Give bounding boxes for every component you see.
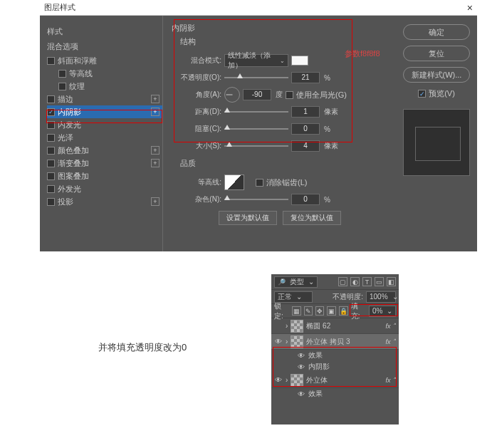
color-swatch[interactable] <box>291 56 308 66</box>
style-item[interactable]: 内发光 <box>47 118 162 131</box>
opacity-slider[interactable] <box>224 73 288 82</box>
fx-icon[interactable]: fx ˄ <box>385 377 396 384</box>
distance-value[interactable]: 1 <box>291 106 320 118</box>
new-style-button[interactable]: 新建样式(W)... <box>403 67 470 83</box>
layer-name: 外立体 拷贝 3 <box>306 337 350 347</box>
style-item[interactable]: 外发光 <box>47 182 162 195</box>
visibility-icon[interactable]: 👁 <box>274 376 283 385</box>
angle-value[interactable]: -90 <box>243 89 271 100</box>
style-checkbox[interactable] <box>58 70 66 78</box>
layer-effect[interactable]: 👁效果 <box>271 388 399 400</box>
antialias-checkbox[interactable] <box>256 179 263 187</box>
style-label: 外发光 <box>58 184 81 194</box>
style-checkbox[interactable] <box>47 185 55 193</box>
preview-label: 预览(V) <box>429 88 455 99</box>
titlebar: 图层样式 × <box>40 0 477 16</box>
annotation-text: 参数f8f8f8 <box>345 48 380 59</box>
global-light-checkbox[interactable] <box>286 91 293 99</box>
plus-icon[interactable]: + <box>151 95 160 103</box>
filter-kind-select[interactable]: 🔎 类型 ⌄ <box>274 276 318 288</box>
visibility-icon[interactable] <box>274 322 283 330</box>
expand-icon[interactable]: › <box>286 376 288 384</box>
style-checkbox[interactable] <box>47 172 55 180</box>
style-item[interactable]: 内阴影+ <box>47 105 162 118</box>
lock-move-icon[interactable]: ✥ <box>315 306 324 316</box>
opacity-input[interactable]: 100%⌄ <box>366 291 396 303</box>
filter-image-icon[interactable]: ▢ <box>338 277 347 286</box>
layer-effect[interactable]: 👁效果 <box>271 350 399 361</box>
angle-dial[interactable] <box>224 87 240 103</box>
choke-slider[interactable] <box>224 125 288 133</box>
noise-slider[interactable] <box>224 195 288 204</box>
distance-slider[interactable] <box>224 108 288 116</box>
style-item[interactable]: 渐变叠加+ <box>47 157 162 170</box>
ok-button[interactable]: 确定 <box>403 24 470 40</box>
style-label: 内发光 <box>58 120 81 130</box>
lock-artboard-icon[interactable]: ▣ <box>327 306 335 316</box>
contour-picker[interactable] <box>224 174 244 190</box>
style-item[interactable]: 纹理 <box>47 80 162 93</box>
blend-options[interactable]: 混合选项 <box>47 39 162 54</box>
style-checkbox[interactable] <box>58 83 66 90</box>
style-checkbox[interactable] <box>47 121 55 129</box>
reset-button[interactable]: 复位 <box>403 46 470 61</box>
size-slider[interactable] <box>224 142 288 150</box>
style-checkbox[interactable] <box>47 57 55 65</box>
expand-icon[interactable]: › <box>286 338 288 345</box>
close-icon[interactable]: × <box>467 2 473 14</box>
style-checkbox[interactable] <box>47 134 55 142</box>
fx-icon[interactable]: fx ˄ <box>385 323 396 330</box>
filter-type-icon[interactable]: T <box>362 277 372 286</box>
layer-effect[interactable]: 👁内阴影 <box>271 361 399 373</box>
lock-brush-icon[interactable]: ✎ <box>304 306 313 316</box>
layer-row[interactable]: ›椭圆 62fx ˄ <box>271 318 399 334</box>
reset-default-button[interactable]: 复位为默认值 <box>283 211 341 225</box>
layer-thumbnail <box>291 320 303 333</box>
lock-all-icon[interactable]: 🔒 <box>339 306 348 316</box>
style-item[interactable]: 描边+ <box>47 93 162 105</box>
noise-value[interactable]: 0 <box>291 194 320 205</box>
fill-input[interactable]: 0%⌄ <box>369 306 396 317</box>
visibility-icon[interactable]: 👁 <box>274 338 283 346</box>
style-checkbox[interactable] <box>47 95 55 103</box>
visibility-icon[interactable]: 👁 <box>297 363 305 371</box>
style-item[interactable]: 图案叠加 <box>47 170 162 182</box>
style-item[interactable]: 颜色叠加+ <box>47 144 162 157</box>
expand-icon[interactable]: › <box>286 322 288 330</box>
style-item[interactable]: 等高线 <box>47 67 162 80</box>
style-checkbox[interactable] <box>47 198 55 206</box>
layer-row[interactable]: 👁›外立体 拷贝 3fx ˄ <box>271 334 399 350</box>
style-checkbox[interactable] <box>47 160 55 167</box>
style-checkbox[interactable] <box>47 108 55 116</box>
lock-transparency-icon[interactable]: ▦ <box>292 306 300 316</box>
style-item[interactable]: 投影+ <box>47 195 162 208</box>
style-checkbox[interactable] <box>47 147 55 155</box>
make-default-button[interactable]: 设置为默认值 <box>219 211 277 225</box>
plus-icon[interactable]: + <box>151 108 160 116</box>
chevron-down-icon: ⌄ <box>296 293 302 301</box>
preview-checkbox[interactable] <box>418 90 426 98</box>
filter-adjust-icon[interactable]: ◐ <box>350 277 360 286</box>
panel-title: 内阴影 <box>172 23 387 33</box>
opacity-label: 不透明度: <box>333 292 363 302</box>
angle-label: 角度(A): <box>172 90 221 100</box>
plus-icon[interactable]: + <box>151 146 160 155</box>
plus-icon[interactable]: + <box>151 197 160 206</box>
effect-name: 效果 <box>308 350 323 360</box>
choke-value[interactable]: 0 <box>291 123 320 135</box>
style-label: 图案叠加 <box>58 171 89 182</box>
opacity-value[interactable]: 21 <box>291 72 320 83</box>
layer-row[interactable]: 👁›外立体fx ˄ <box>271 373 399 388</box>
antialias-label: 消除锯齿(L) <box>266 177 307 188</box>
style-item[interactable]: 斜面和浮雕 <box>47 54 162 67</box>
size-value[interactable]: 4 <box>291 140 320 152</box>
filter-smart-icon[interactable]: ◧ <box>387 277 396 286</box>
style-item[interactable]: 光泽 <box>47 131 162 144</box>
fx-icon[interactable]: fx ˄ <box>385 338 396 345</box>
filter-shape-icon[interactable]: ▭ <box>375 277 384 286</box>
styles-list-panel: 样式 混合选项 斜面和浮雕等高线纹理描边+内阴影+内发光光泽颜色叠加+渐变叠加+… <box>40 16 163 251</box>
plus-icon[interactable]: + <box>151 159 160 167</box>
visibility-icon[interactable]: 👁 <box>297 390 305 398</box>
visibility-icon[interactable]: 👁 <box>297 351 305 360</box>
blend-mode-select[interactable]: 线性减淡（添加）⌄ <box>224 54 288 67</box>
